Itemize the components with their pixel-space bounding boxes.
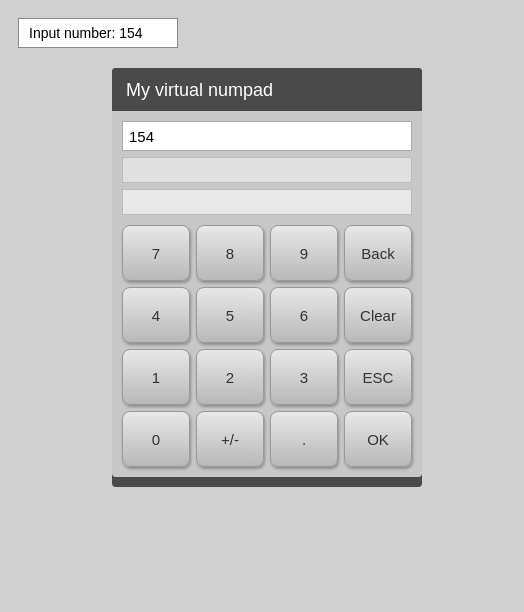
numpad-btn-1[interactable]: 1	[122, 349, 190, 405]
numpad-secondary-field	[122, 157, 412, 183]
numpad-btn-9[interactable]: 9	[270, 225, 338, 281]
numpad-btn-7[interactable]: 7	[122, 225, 190, 281]
numpad-grid: 789Back456Clear123ESC0+/-.OK	[122, 225, 412, 467]
input-display-box: Input number: 154	[18, 18, 178, 48]
numpad-input-field[interactable]	[122, 121, 412, 151]
numpad-btn-clear[interactable]: Clear	[344, 287, 412, 343]
numpad-btn-6[interactable]: 6	[270, 287, 338, 343]
numpad-btn-ok[interactable]: OK	[344, 411, 412, 467]
input-display-label: Input number: 154	[29, 25, 143, 41]
numpad-tertiary-field	[122, 189, 412, 215]
numpad-input-row	[122, 121, 412, 151]
numpad-btn-back[interactable]: Back	[344, 225, 412, 281]
numpad-btn-0[interactable]: 0	[122, 411, 190, 467]
numpad-btn-4[interactable]: 4	[122, 287, 190, 343]
numpad-body: 789Back456Clear123ESC0+/-.OK	[112, 111, 422, 477]
numpad-btn-esc[interactable]: ESC	[344, 349, 412, 405]
numpad-btn-3[interactable]: 3	[270, 349, 338, 405]
numpad-container: My virtual numpad 789Back456Clear123ESC0…	[112, 68, 422, 487]
numpad-title: My virtual numpad	[112, 68, 422, 111]
numpad-btn----[interactable]: +/-	[196, 411, 264, 467]
numpad-btn-8[interactable]: 8	[196, 225, 264, 281]
numpad-btn-5[interactable]: 5	[196, 287, 264, 343]
numpad-btn-2[interactable]: 2	[196, 349, 264, 405]
numpad-btn--[interactable]: .	[270, 411, 338, 467]
